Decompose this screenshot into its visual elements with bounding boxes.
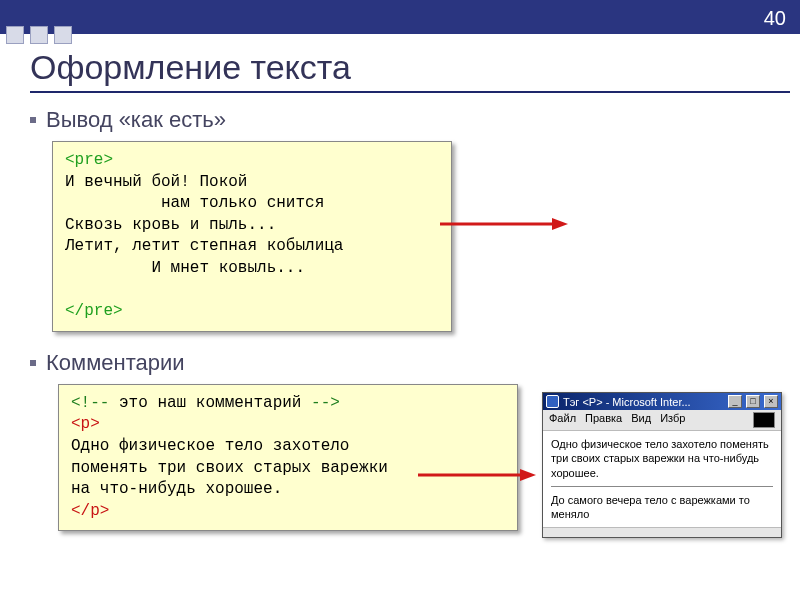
browser-menu: Файл Правка Вид Избр <box>543 410 781 431</box>
code-line: И мнет ковыль... <box>65 259 305 277</box>
rendered-paragraph: До самого вечера тело с варежками то мен… <box>551 493 773 522</box>
code-line: И вечный бой! Покой <box>65 173 247 191</box>
code-line: Летит, летит степная кобылица <box>65 237 343 255</box>
comment-text: это наш комментарий <box>109 394 311 412</box>
bullet-asis: Вывод «как есть» <box>30 107 786 133</box>
bullet-icon <box>30 117 36 123</box>
tag-pre-close: </pre> <box>65 302 123 320</box>
svg-marker-3 <box>520 469 536 481</box>
arrow-icon <box>440 217 570 231</box>
divider <box>551 486 773 487</box>
slide-title: Оформление текста <box>30 48 786 87</box>
browser-viewport: Одно физическое тело захотело поменять т… <box>543 431 781 527</box>
code-line: нам только снится <box>65 194 324 212</box>
decor-squares <box>6 26 72 44</box>
browser-window: Тэг <P> - Microsoft Inter... _ □ × Файл … <box>542 392 782 538</box>
tag-p-close: </p> <box>71 502 109 520</box>
browser-title-text: Тэг <P> - Microsoft Inter... <box>563 396 724 408</box>
maximize-button[interactable]: □ <box>746 395 760 408</box>
ie-icon <box>546 395 559 408</box>
arrow-icon <box>418 468 538 486</box>
menu-edit[interactable]: Правка <box>585 412 622 428</box>
minimize-button[interactable]: _ <box>728 395 742 408</box>
code-pre-example: <pre> И вечный бой! Покой нам только сни… <box>52 141 452 332</box>
bullet-asis-label: Вывод «как есть» <box>46 107 226 133</box>
bullet-icon <box>30 360 36 366</box>
page-number: 40 <box>764 7 786 30</box>
browser-statusbar <box>543 527 781 537</box>
bullet-comments-label: Комментарии <box>46 350 185 376</box>
code-line: на что-нибудь хорошее. <box>71 480 282 498</box>
tag-pre-open: <pre> <box>65 151 113 169</box>
code-line: Одно физическое тело захотело <box>71 437 349 455</box>
code-line: поменять три своих старых варежки <box>71 459 388 477</box>
menu-file[interactable]: Файл <box>549 412 576 428</box>
menu-favorites[interactable]: Избр <box>660 412 685 428</box>
rendered-paragraph: Одно физическое тело захотело поменять т… <box>551 437 773 480</box>
code-comment-example: <!-- это наш комментарий --> <p> Одно фи… <box>58 384 518 532</box>
slide-header-bar: 40 <box>0 0 800 34</box>
browser-titlebar: Тэг <P> - Microsoft Inter... _ □ × <box>543 393 781 410</box>
tag-p-open: <p> <box>71 415 100 433</box>
svg-marker-1 <box>552 218 568 230</box>
comment-open: <!-- <box>71 394 109 412</box>
code-line: Сквозь кровь и пыль... <box>65 216 276 234</box>
throbber-icon <box>753 412 775 428</box>
close-button[interactable]: × <box>764 395 778 408</box>
title-underline <box>30 91 790 93</box>
comment-close: --> <box>311 394 340 412</box>
menu-view[interactable]: Вид <box>631 412 651 428</box>
bullet-comments: Комментарии <box>30 350 786 376</box>
